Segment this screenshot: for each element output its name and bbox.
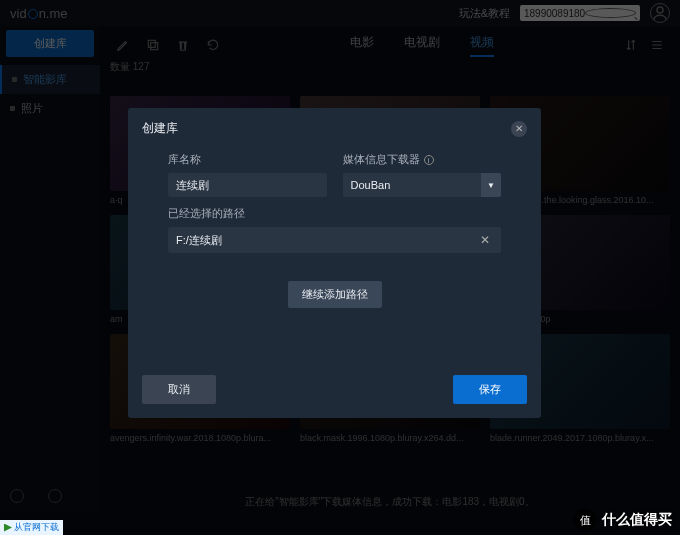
save-button[interactable]: 保存 (453, 375, 527, 404)
clear-path-icon[interactable]: ✕ (477, 232, 493, 248)
download-link[interactable]: 从官网下载 (0, 520, 63, 535)
close-icon[interactable]: ✕ (511, 121, 527, 137)
selected-path[interactable]: F:/连续剧 ✕ (168, 227, 501, 253)
paths-label: 已经选择的路径 (168, 207, 501, 221)
downloader-label: 媒体信息下载器 i (343, 153, 502, 167)
play-icon (4, 524, 12, 532)
add-path-button[interactable]: 继续添加路径 (288, 281, 382, 308)
name-label: 库名称 (168, 153, 327, 167)
downloader-select[interactable]: DouBan ▼ (343, 173, 502, 197)
watermark: 值 什么值得买 (574, 509, 672, 531)
create-library-dialog: 创建库 ✕ 库名称 媒体信息下载器 i DouBan ▼ 已经选择的路径 F:/… (128, 108, 541, 418)
info-icon[interactable]: i (424, 155, 434, 165)
library-name-input[interactable] (168, 173, 327, 197)
cancel-button[interactable]: 取消 (142, 375, 216, 404)
chevron-down-icon: ▼ (481, 173, 501, 197)
dialog-title: 创建库 (142, 120, 178, 137)
brand-badge-icon: 值 (574, 509, 596, 531)
